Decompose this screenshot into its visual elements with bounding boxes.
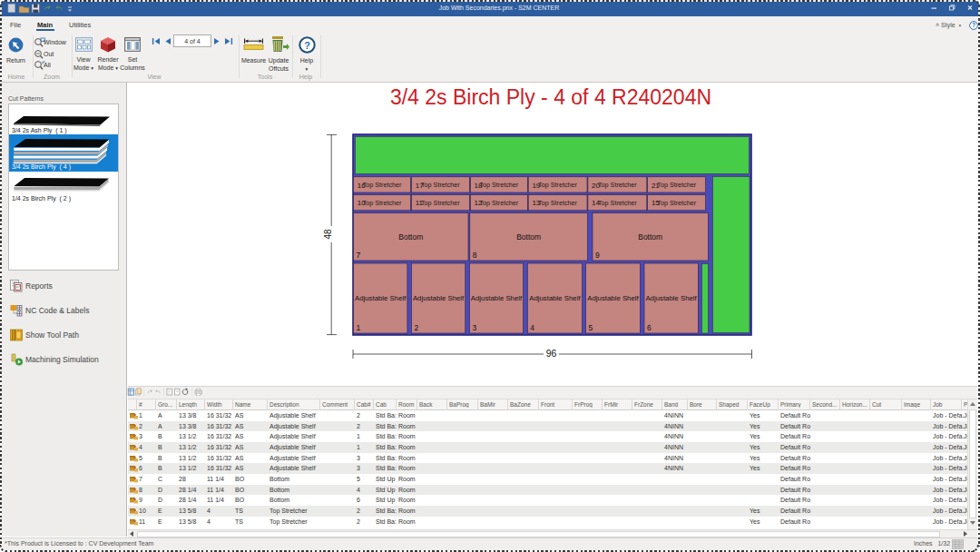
svg-text:8: 8 <box>473 251 477 260</box>
svg-text:4: 4 <box>530 323 534 332</box>
svg-text:Top Stretcher: Top Stretcher <box>657 199 696 207</box>
svg-text:Adjustable Shelf: Adjustable Shelf <box>645 294 697 302</box>
svg-text:Bottom: Bottom <box>398 232 423 242</box>
svg-text:96: 96 <box>546 348 557 359</box>
svg-text:Top Stretcher: Top Stretcher <box>421 181 460 189</box>
svg-text:21: 21 <box>652 182 660 190</box>
svg-text:Top Stretcher: Top Stretcher <box>657 181 696 189</box>
svg-text:Top Stretcher: Top Stretcher <box>421 199 460 207</box>
svg-text:Adjustable Shelf: Adjustable Shelf <box>529 294 581 302</box>
svg-text:Adjustable Shelf: Adjustable Shelf <box>587 294 639 302</box>
svg-text:Bottom: Bottom <box>638 232 662 242</box>
svg-text:Top Stretcher: Top Stretcher <box>363 181 402 189</box>
svg-text:2: 2 <box>415 323 419 332</box>
svg-text:Top Stretcher: Top Stretcher <box>538 181 577 189</box>
svg-text:7: 7 <box>357 251 361 260</box>
svg-text:10: 10 <box>358 199 366 207</box>
svg-text:13: 13 <box>532 199 540 207</box>
svg-text:16: 16 <box>358 182 366 190</box>
svg-text:6: 6 <box>647 323 652 332</box>
svg-text:?: ? <box>304 40 310 51</box>
svg-text:20: 20 <box>592 182 600 190</box>
svg-text:48: 48 <box>323 229 333 240</box>
svg-text:Top Stretcher: Top Stretcher <box>538 199 577 207</box>
svg-text:19: 19 <box>532 182 540 190</box>
svg-text:Adjustable Shelf: Adjustable Shelf <box>471 294 523 302</box>
svg-text:12: 12 <box>475 199 483 207</box>
svg-text:Adjustable Shelf: Adjustable Shelf <box>355 294 407 302</box>
svg-text:1: 1 <box>357 323 361 332</box>
svg-text:Bottom: Bottom <box>516 232 541 242</box>
svg-text:Top Stretcher: Top Stretcher <box>363 199 402 207</box>
svg-text:Top Stretcher: Top Stretcher <box>598 181 637 189</box>
svg-text:9: 9 <box>595 251 600 260</box>
svg-text:Top Stretcher: Top Stretcher <box>598 199 637 207</box>
svg-text:3: 3 <box>472 323 476 332</box>
svg-text:15: 15 <box>652 199 660 207</box>
svg-text:17: 17 <box>416 182 424 190</box>
svg-text:11: 11 <box>416 199 424 207</box>
svg-text:Top Stretcher: Top Stretcher <box>479 199 518 207</box>
svg-text:14: 14 <box>592 199 600 207</box>
svg-text:18: 18 <box>475 182 483 190</box>
svg-text:5: 5 <box>589 323 593 332</box>
svg-text:Top Stretcher: Top Stretcher <box>479 181 518 189</box>
svg-text:?: ? <box>972 22 975 28</box>
svg-text:Adjustable Shelf: Adjustable Shelf <box>413 294 465 302</box>
